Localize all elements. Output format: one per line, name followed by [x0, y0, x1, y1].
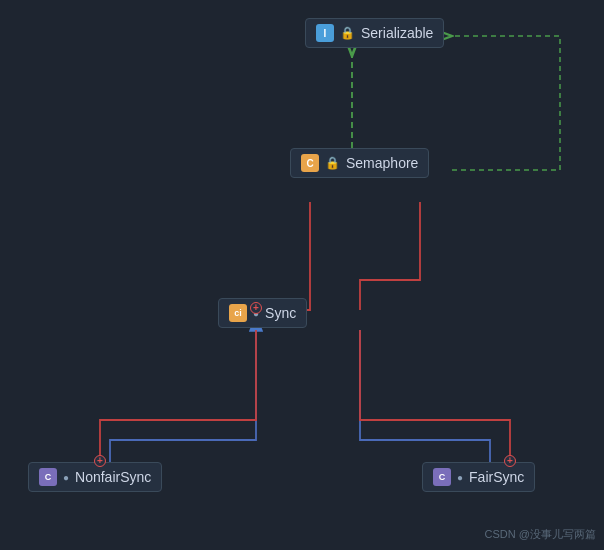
class-badge: C	[301, 154, 319, 172]
node-sync-label: Sync	[265, 305, 296, 321]
node-fairsync[interactable]: C ● FairSync	[422, 462, 535, 492]
node-semaphore-label: Semaphore	[346, 155, 418, 171]
diagram-container: + + + I 🔒 Serializable C 🔒 Semaphore ci …	[0, 0, 604, 550]
circle-icon-nonfair: ●	[63, 472, 69, 483]
plus-fairsync: +	[504, 455, 516, 467]
inner-class-badge: ci	[229, 304, 247, 322]
plus-nonfairsync: +	[94, 455, 106, 467]
node-serializable[interactable]: I 🔒 Serializable	[305, 18, 444, 48]
node-sync[interactable]: ci ● Sync	[218, 298, 307, 328]
node-serializable-label: Serializable	[361, 25, 433, 41]
lock-icon-semaphore: 🔒	[325, 156, 340, 170]
interface-badge: I	[316, 24, 334, 42]
watermark: CSDN @没事儿写两篇	[485, 527, 596, 542]
abstract-badge-nonfair: C	[39, 468, 57, 486]
node-fairsync-label: FairSync	[469, 469, 524, 485]
node-nonfairsync[interactable]: C ● NonfairSync	[28, 462, 162, 492]
plus-sync-left: +	[250, 302, 262, 314]
circle-icon-fair: ●	[457, 472, 463, 483]
node-semaphore[interactable]: C 🔒 Semaphore	[290, 148, 429, 178]
abstract-badge-fair: C	[433, 468, 451, 486]
node-nonfairsync-label: NonfairSync	[75, 469, 151, 485]
lock-icon: 🔒	[340, 26, 355, 40]
